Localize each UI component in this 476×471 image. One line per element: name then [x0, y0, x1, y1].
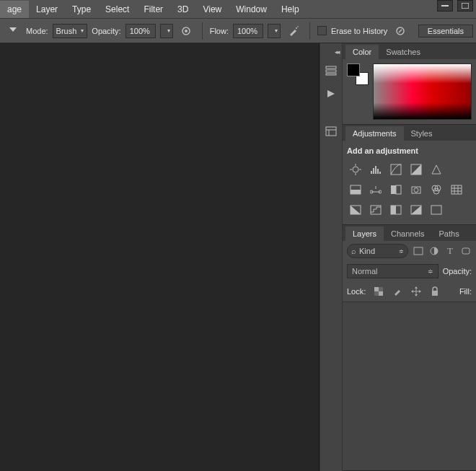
blend-mode-dropdown[interactable]: Normal≑	[347, 264, 438, 278]
tab-paths[interactable]: Paths	[432, 226, 467, 241]
svg-rect-8	[326, 66, 336, 69]
svg-marker-65	[415, 294, 418, 296]
svg-marker-53	[411, 206, 421, 214]
vibrance-icon[interactable]	[429, 162, 444, 177]
gradient-map-icon[interactable]	[409, 203, 423, 217]
properties-panel-icon[interactable]	[322, 123, 340, 140]
layer-opacity-label: Opacity:	[443, 267, 472, 276]
lock-all-icon[interactable]	[429, 286, 441, 297]
svg-rect-21	[373, 168, 374, 174]
svg-rect-1	[462, 3, 469, 9]
filter-type-icon[interactable]: T	[444, 245, 456, 257]
lock-position-icon[interactable]	[410, 286, 422, 297]
flow-value: 100%	[237, 27, 257, 35]
menu-filter[interactable]: Filter	[136, 1, 170, 18]
divider	[202, 22, 203, 40]
divider	[309, 22, 310, 40]
svg-rect-22	[375, 166, 376, 174]
svg-rect-68	[432, 291, 438, 296]
mode-dropdown[interactable]: Brush▾	[53, 24, 88, 38]
tab-adjustments[interactable]: Adjustments	[345, 126, 404, 141]
menu-window[interactable]: Window	[229, 1, 274, 18]
color-spectrum[interactable]	[373, 63, 472, 120]
menu-3d[interactable]: 3D	[170, 1, 195, 18]
svg-rect-10	[326, 74, 336, 75]
color-lookup-icon[interactable]	[449, 182, 464, 197]
collapsed-panel-strip: ◂◂	[319, 43, 343, 471]
workspace-switcher[interactable]: Essentials	[418, 25, 473, 38]
kind-label: Kind	[359, 247, 375, 255]
photo-filter-icon[interactable]	[409, 182, 423, 197]
lock-transparency-icon[interactable]	[373, 286, 384, 297]
menu-select[interactable]: Select	[98, 1, 136, 18]
menu-type[interactable]: Type	[65, 1, 98, 18]
svg-rect-30	[351, 190, 361, 194]
threshold-icon[interactable]	[389, 203, 403, 217]
tab-styles[interactable]: Styles	[404, 126, 440, 141]
svg-rect-20	[371, 171, 372, 174]
filter-adjustment-icon[interactable]	[428, 245, 440, 257]
canvas-area[interactable]	[0, 43, 319, 471]
svg-marker-48	[351, 206, 361, 214]
svg-rect-9	[326, 70, 336, 72]
flow-field[interactable]: 100%	[233, 24, 263, 38]
chevron-down-icon: ▾	[81, 27, 84, 34]
svg-rect-55	[414, 247, 423, 255]
opacity-stepper[interactable]: ▾	[160, 24, 173, 38]
brightness-contrast-icon[interactable]	[348, 162, 363, 177]
svg-rect-0	[441, 5, 449, 6]
foreground-background-swatch[interactable]	[347, 63, 369, 85]
menu-help[interactable]: Help	[274, 1, 307, 18]
fill-label: Fill:	[459, 287, 472, 296]
levels-icon[interactable]	[369, 162, 383, 177]
airbrush-icon[interactable]	[285, 22, 302, 40]
filter-pixel-icon[interactable]	[413, 245, 424, 257]
menu-bar: age Layer Type Select Filter 3D View Win…	[0, 0, 476, 19]
black-white-icon[interactable]	[389, 182, 403, 197]
selective-color-icon[interactable]	[429, 203, 444, 217]
tool-preset-picker[interactable]	[4, 22, 22, 40]
svg-rect-61	[374, 291, 379, 296]
opacity-field[interactable]: 100%	[125, 24, 156, 38]
svg-rect-23	[377, 169, 379, 174]
color-balance-icon[interactable]	[369, 182, 383, 197]
tab-layers[interactable]: Layers	[345, 226, 384, 241]
invert-icon[interactable]	[348, 203, 363, 217]
history-panel-icon[interactable]	[322, 62, 340, 79]
svg-rect-59	[379, 291, 383, 296]
actions-panel-icon[interactable]	[322, 85, 340, 102]
opacity-value: 100%	[130, 27, 150, 35]
flow-stepper[interactable]: ▾	[268, 24, 281, 38]
menu-layer[interactable]: Layer	[29, 1, 65, 18]
tab-swatches[interactable]: Swatches	[379, 45, 428, 59]
menu-image[interactable]: age	[0, 1, 29, 18]
window-maximize-button[interactable]	[457, 0, 473, 12]
panels-area: Color Swatches Adjustments Styles Add an…	[343, 43, 476, 471]
exposure-icon[interactable]	[409, 162, 423, 177]
layer-filter-kind[interactable]: ⌕ Kind ≑	[347, 244, 408, 258]
menu-view[interactable]: View	[195, 1, 229, 18]
foreground-color-swatch[interactable]	[347, 63, 360, 76]
add-adjustment-label: Add an adjustment	[344, 144, 475, 161]
posterize-icon[interactable]	[369, 203, 383, 217]
svg-marker-11	[327, 90, 335, 97]
lock-pixels-icon[interactable]	[392, 286, 403, 297]
tab-channels[interactable]: Channels	[384, 226, 431, 241]
hue-saturation-icon[interactable]	[348, 182, 363, 197]
svg-rect-51	[391, 206, 396, 214]
curves-icon[interactable]	[389, 162, 403, 177]
pressure-size-icon[interactable]	[392, 22, 409, 40]
filter-shape-icon[interactable]	[460, 245, 472, 257]
tab-color[interactable]: Color	[345, 45, 379, 59]
layers-list[interactable]	[343, 302, 476, 470]
window-minimize-button[interactable]	[437, 0, 453, 12]
collapse-arrow-icon[interactable]: ◂◂	[320, 48, 342, 56]
search-icon: ⌕	[351, 247, 356, 255]
svg-marker-66	[411, 290, 413, 293]
svg-marker-27	[411, 164, 421, 175]
chevron-down-icon: ≑	[428, 268, 433, 275]
channel-mixer-icon[interactable]	[429, 182, 444, 197]
pressure-opacity-icon[interactable]	[177, 22, 195, 40]
erase-history-checkbox[interactable]	[317, 26, 327, 35]
blend-mode-value: Normal	[352, 267, 377, 276]
